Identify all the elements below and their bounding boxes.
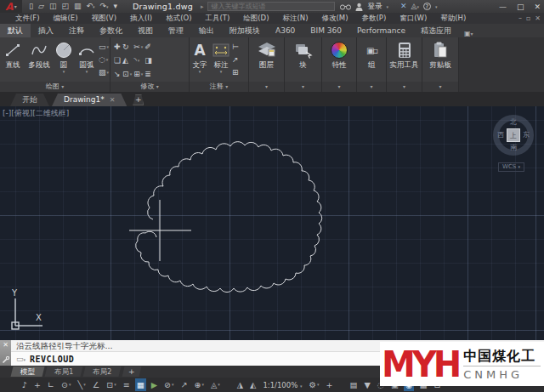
menu-标注(N)[interactable]: 标注(N) <box>275 13 314 24</box>
drawing-canvas[interactable]: [-][俯视][二维线框] Y X 北 南 西 东 上 WCS ▾ <box>0 106 544 340</box>
new-drawing-tab-button[interactable]: + <box>133 94 144 105</box>
ribbon-tab-默认[interactable]: 默认 <box>0 24 31 37</box>
binoculars-search-icon[interactable] <box>340 3 351 10</box>
annotation-visibility-icon[interactable]: ◮ <box>235 378 245 391</box>
polyline-button[interactable]: 多段线 <box>26 37 53 82</box>
object-snap-icon[interactable]: ⊡▾ <box>105 378 117 391</box>
infer-constraints-icon[interactable]: ♪ <box>20 378 29 391</box>
save-icon[interactable]: ◫ <box>49 3 57 10</box>
open-file-icon[interactable]: ▱ <box>38 3 44 10</box>
panel-footer-properties[interactable]: ▾ <box>322 82 356 92</box>
close-tab-icon[interactable]: ✕ <box>110 94 116 106</box>
annotation-autoscale-icon[interactable]: ◭ <box>248 378 258 391</box>
annotation-scale-control[interactable]: 1:1/100% ▾ <box>263 381 302 389</box>
ribbon-tab-插入[interactable]: 插入 <box>31 24 61 37</box>
chevron-down-icon[interactable]: ▾ <box>435 4 438 9</box>
panel-footer-modify[interactable]: 修改 ▾ <box>110 82 189 92</box>
osnap-tracking-icon[interactable]: ∠ <box>91 378 102 391</box>
ribbon-tab-参数化[interactable]: 参数化 <box>92 24 130 37</box>
file-tab-start[interactable]: 开始 <box>10 94 49 106</box>
close-command-line-icon[interactable]: ✕ <box>3 342 8 349</box>
lineweight-icon[interactable]: ≡ <box>122 378 132 391</box>
autodesk-app-store-icon[interactable]: ◬▾ <box>411 3 418 10</box>
ribbon-tab-输出[interactable]: 输出 <box>191 24 222 37</box>
properties-button[interactable]: 特性 <box>323 37 356 82</box>
hatch-icon[interactable]: ▨▾ <box>99 67 109 78</box>
customize-wrench-icon[interactable] <box>2 356 9 364</box>
rotate-icon[interactable]: ↻ <box>122 41 132 54</box>
utilities-button[interactable]: 实用工具 <box>387 37 422 82</box>
file-tab-drawing1[interactable]: Drawing1* ✕ <box>52 94 127 106</box>
stretch-icon[interactable]: ↘ <box>114 68 121 81</box>
menu-格式(O)[interactable]: 格式(O) <box>159 13 198 24</box>
menu-编辑(E)[interactable]: 编辑(E) <box>47 13 85 24</box>
menu-工具(T)[interactable]: 工具(T) <box>198 13 236 24</box>
ribbon-tab-A360[interactable]: A360 <box>268 24 303 37</box>
viewcube-north-label[interactable]: 北 <box>510 119 517 126</box>
paste-button[interactable]: 剪贴板 <box>423 37 458 82</box>
ribbon-tab-BIM 360[interactable]: BIM 360 <box>303 24 349 37</box>
dynamic-ucs-icon[interactable]: ↗ <box>179 378 190 391</box>
ribbon-tab-精选应用[interactable]: 精选应用 <box>413 24 459 37</box>
explode-icon[interactable]: ◨ <box>144 54 152 67</box>
text-button[interactable]: A 文字 ▾ <box>190 37 210 82</box>
workspace-switch-icon[interactable]: ⚙▾ <box>308 378 321 391</box>
menu-帮助(H)[interactable]: 帮助(H) <box>434 13 473 24</box>
arc-button[interactable]: 圆弧 ▾ <box>75 37 99 82</box>
ribbon-tab-附加模块[interactable]: 附加模块 <box>222 24 268 37</box>
viewcube-south-label[interactable]: 南 <box>510 145 517 151</box>
sign-in-link[interactable]: 登录 <box>367 2 382 12</box>
layout-tab-布局2[interactable]: 布局2 <box>83 366 122 377</box>
snap-mode-icon[interactable]: + <box>32 378 42 391</box>
panel-footer-annotation[interactable]: 注释 ▾ <box>190 82 248 92</box>
viewcube-west-label[interactable]: 西 <box>497 132 504 139</box>
selection-cycling-icon[interactable]: ▶ <box>150 378 159 391</box>
recent-commands-icon[interactable]: ▭▾ <box>16 355 26 363</box>
annotation-monitor-icon[interactable]: ◬▾ <box>209 378 222 391</box>
close-button[interactable]: ✕ <box>534 3 541 11</box>
layer-properties-button[interactable]: 图层 <box>250 37 284 82</box>
ribbon-display-toggle[interactable]: ▣▾ <box>464 30 473 37</box>
ortho-mode-icon[interactable]: ∟ <box>46 378 56 391</box>
viewcube-east-label[interactable]: 东 <box>523 132 530 139</box>
quick-properties-icon[interactable]: ▼ <box>363 378 372 391</box>
panel-footer-utilities[interactable]: ▾ <box>387 82 422 92</box>
panel-footer-block[interactable]: ▾ <box>285 82 321 92</box>
3d-osnap-icon[interactable]: ⊘▾ <box>162 378 175 391</box>
group-button[interactable]: ▣▫ 组 <box>358 37 386 82</box>
rectangle-icon[interactable]: ▭▾ <box>99 42 109 53</box>
line-button[interactable]: 直线 <box>0 37 26 82</box>
search-input[interactable] <box>207 2 335 11</box>
polar-tracking-icon[interactable]: ⊙▾ <box>60 378 72 391</box>
new-file-icon[interactable]: ▯ <box>29 3 33 10</box>
layout-tab-布局1[interactable]: 布局1 <box>45 366 83 377</box>
trim-icon[interactable]: ✂▾ <box>133 41 143 54</box>
ellipse-icon[interactable]: ◌▾ <box>99 54 109 65</box>
menu-参数(P)[interactable]: 参数(P) <box>354 13 393 24</box>
command-line-grip[interactable]: ✕ <box>0 340 11 366</box>
save-as-icon[interactable]: ◰ <box>61 3 69 10</box>
menu-视图(V)[interactable]: 视图(V) <box>85 13 123 24</box>
menu-文件(F)[interactable]: 文件(F) <box>8 13 47 24</box>
offset-icon[interactable]: ≣ <box>144 68 152 81</box>
erase-icon[interactable]: ✐ <box>144 41 152 54</box>
minimize-drawing-button[interactable]: – <box>518 13 522 24</box>
layout-tab-模型[interactable]: 模型 <box>11 366 45 377</box>
table-icon[interactable]: ⊞ <box>232 67 239 78</box>
status-customize-icon[interactable]: + <box>325 378 335 391</box>
array-icon[interactable]: ⊞▾ <box>133 68 143 81</box>
application-menu-button[interactable]: A ▾ <box>0 0 22 13</box>
panel-footer-draw[interactable]: 绘图 ▾ <box>0 82 110 92</box>
wcs-dropdown[interactable]: WCS ▾ <box>498 162 524 172</box>
menu-修改(M)[interactable]: 修改(M) <box>314 13 354 24</box>
circle-button[interactable]: 圆 ▾ <box>53 37 75 82</box>
isometric-drafting-icon[interactable]: ╲▾ <box>76 378 88 391</box>
ribbon-tab-Performance[interactable]: Performance <box>349 24 413 37</box>
panel-footer-clipboard[interactable]: ▾ <box>422 82 458 92</box>
viewcube[interactable]: 北 南 西 东 上 WCS ▾ <box>490 111 537 178</box>
fillet-icon[interactable]: ◝▾ <box>133 54 143 67</box>
ribbon-tab-管理[interactable]: 管理 <box>161 24 191 37</box>
dimension-button[interactable]: 标注 ▾ <box>210 37 232 82</box>
chevron-down-icon[interactable]: ▾ <box>386 4 388 9</box>
units-icon[interactable]: ▤ <box>348 378 360 391</box>
